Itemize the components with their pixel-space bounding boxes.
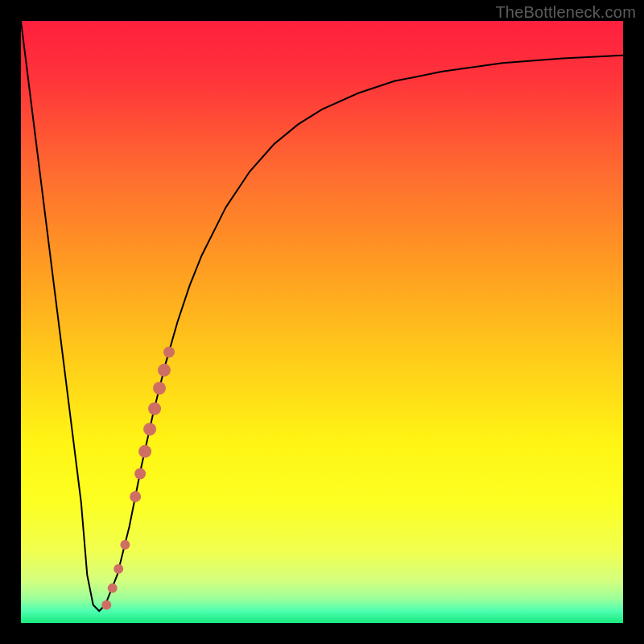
data-marker	[158, 364, 171, 377]
chart-frame: TheBottleneck.com	[0, 0, 644, 644]
plot-area	[21, 21, 623, 623]
data-marker	[134, 469, 146, 480]
data-marker	[143, 423, 156, 436]
data-marker	[153, 382, 166, 394]
gradient-background	[21, 21, 623, 623]
data-marker	[163, 346, 175, 357]
watermark-text: TheBottleneck.com	[495, 3, 636, 22]
data-marker	[138, 445, 151, 458]
data-marker	[130, 491, 141, 502]
data-marker	[120, 540, 130, 550]
data-marker	[148, 402, 161, 415]
chart-svg	[21, 21, 623, 623]
data-marker	[114, 564, 123, 574]
data-marker	[101, 601, 111, 610]
data-marker	[108, 584, 118, 593]
